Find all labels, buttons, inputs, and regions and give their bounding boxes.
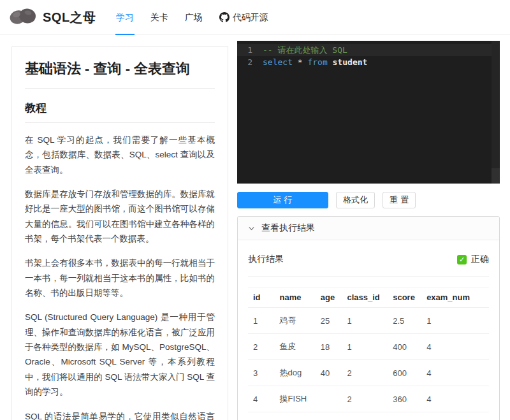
table-row: 3 热dog 40 2 600 4 <box>248 360 489 386</box>
column-header-class-id: class_id <box>342 287 388 308</box>
cell: 摸FISH <box>275 386 316 412</box>
column-header-name: name <box>275 287 316 308</box>
cell: 4 <box>421 386 489 412</box>
column-header-id: id <box>248 287 275 308</box>
nav-item-levels[interactable]: 关卡 <box>142 0 177 35</box>
reset-button-label: 重置 <box>390 194 411 206</box>
cell: 4 <box>421 360 489 386</box>
status-label: 正确 <box>471 254 489 265</box>
nav-item-opensource[interactable]: 代码开源 <box>211 0 277 35</box>
nav-item-learn[interactable]: 学习 <box>108 0 142 35</box>
column-header-exam-num: exam_num <box>421 287 489 308</box>
main-content: 基础语法 - 查询 - 全表查询 教程 在 SQL 学习的起点，我们需要了解一些… <box>0 35 510 420</box>
cell: 400 <box>388 334 421 360</box>
status-badge: ✓ 正确 <box>457 254 489 265</box>
result-summary-row: 执行结果 ✓ 正确 <box>248 250 489 265</box>
tutorial-panel: 基础语法 - 查询 - 全表查询 教程 在 SQL 学习的起点，我们需要了解一些… <box>11 46 228 420</box>
editor-actions: 运行 格式化 重置 <box>237 192 500 208</box>
results-collapse-title: 查看执行结果 <box>261 222 315 234</box>
check-icon: ✓ <box>457 255 467 264</box>
cell: 40 <box>316 360 342 386</box>
line-number: 1 <box>237 44 263 56</box>
table-row: 4 摸FISH 2 360 4 <box>248 386 489 412</box>
cell: 3 <box>248 360 275 386</box>
code-line[interactable]: 1 -- 请在此处输入 SQL <box>237 44 500 56</box>
tutorial-paragraph: 数据库是存放专门存放和管理数据的库。数据库就好比是一座大型的图书馆，而这个图书馆… <box>25 187 215 246</box>
cell: 1 <box>248 308 275 334</box>
code-line[interactable]: 2 select * from student <box>237 56 500 68</box>
workbench-panel: 1 -- 请在此处输入 SQL 2 select * from student … <box>237 41 500 420</box>
sql-code-editor[interactable]: 1 -- 请在此处输入 SQL 2 select * from student <box>237 41 500 184</box>
editor-scrollbar[interactable] <box>492 168 500 184</box>
site-logo-icon <box>9 5 37 29</box>
cell: 热dog <box>275 360 316 386</box>
cell <box>316 386 342 412</box>
top-navbar: SQL之母 学习 关卡 广场 代码开源 <box>0 0 510 35</box>
line-number: 2 <box>237 56 263 68</box>
page-title: 基础语法 - 查询 - 全表查询 <box>25 59 215 89</box>
reset-button[interactable]: 重置 <box>382 192 416 208</box>
cell: 鸡哥 <box>275 308 316 334</box>
cell: 5 <box>248 412 275 420</box>
result-table: id name age class_id score exam_num 1 鸡哥 <box>248 287 489 420</box>
table-row: 1 鸡哥 25 1 2.5 1 <box>248 308 489 334</box>
tutorial-paragraph: SQL (Structured Query Language) 是一种用于管理、… <box>25 310 215 399</box>
cell: 120 <box>388 412 421 420</box>
cell: 1 <box>342 334 388 360</box>
tutorial-section-heading: 教程 <box>25 101 215 123</box>
cell: 19 <box>316 412 342 420</box>
results-collapse-panel: 查看执行结果 执行结果 ✓ 正确 id name age <box>237 216 500 420</box>
format-button-label: 格式化 <box>343 194 368 206</box>
result-label: 执行结果 <box>248 254 284 265</box>
tutorial-paragraph: 书架上会有很多本书，数据表中的每一行就相当于一本书，每一列就相当于这本书的属性，… <box>25 256 215 300</box>
table-header-row: id name age class_id score exam_num <box>248 287 489 308</box>
results-collapse-header[interactable]: 查看执行结果 <box>238 217 499 240</box>
cell: 2.5 <box>388 308 421 334</box>
nav-item-plaza[interactable]: 广场 <box>177 0 211 35</box>
cell: 2 <box>248 334 275 360</box>
code-token-comment: -- 请在此处输入 SQL <box>263 44 347 56</box>
format-button[interactable]: 格式化 <box>336 192 375 208</box>
nav-item-opensource-label: 代码开源 <box>233 0 268 35</box>
results-collapse-content: 执行结果 ✓ 正确 id name age class_id sc <box>238 240 499 420</box>
cell: 1 <box>342 308 388 334</box>
table-row: 5 李阿巴 19 3 120 2 <box>248 412 489 420</box>
cell: 2 <box>342 360 388 386</box>
brand-title: SQL之母 <box>43 9 96 26</box>
code-token-identifier: student <box>328 56 368 68</box>
cell: 1 <box>421 308 489 334</box>
chevron-down-icon <box>248 225 255 232</box>
cell: 25 <box>316 308 342 334</box>
cell: 4 <box>248 386 275 412</box>
cell: 2 <box>342 386 388 412</box>
run-button[interactable]: 运行 <box>237 192 328 208</box>
tutorial-paragraph: SQL 的语法是简单易学的，它使用类似自然语言的结构，方便开发人员和数据库管理员… <box>25 409 215 420</box>
column-header-score: score <box>388 287 421 308</box>
brand[interactable]: SQL之母 <box>9 5 96 29</box>
code-token-keyword: from <box>307 56 327 68</box>
cell: 18 <box>316 334 342 360</box>
github-icon <box>219 12 229 22</box>
code-token-operator: * <box>293 56 307 68</box>
column-header-age: age <box>316 287 342 308</box>
run-button-label: 运行 <box>273 194 295 206</box>
table-row: 2 鱼皮 18 1 400 4 <box>248 334 489 360</box>
code-token-keyword: select <box>263 56 293 68</box>
divider <box>248 276 489 277</box>
main-nav: 学习 关卡 广场 代码开源 <box>108 0 277 35</box>
cell: 4 <box>421 334 489 360</box>
cell: 鱼皮 <box>275 334 316 360</box>
cell: 2 <box>421 412 489 420</box>
tutorial-paragraph: 在 SQL 学习的起点，我们需要了解一些基本概念，包括数据库、数据表、SQL、s… <box>25 133 215 177</box>
cell: 3 <box>342 412 388 420</box>
cell: 360 <box>388 386 421 412</box>
cell: 李阿巴 <box>275 412 316 420</box>
cell: 600 <box>388 360 421 386</box>
